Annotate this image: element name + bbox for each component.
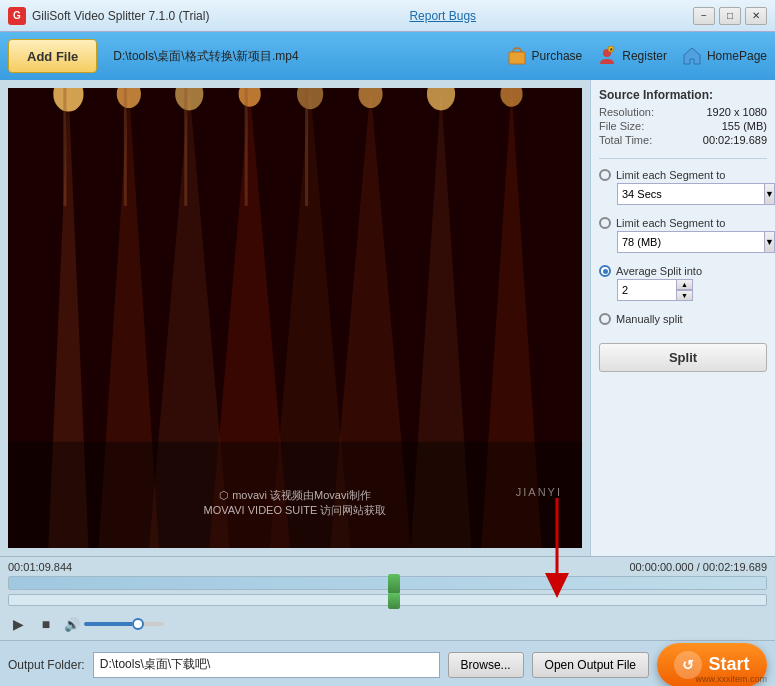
playback-controls: ▶ ■ 🔊 (8, 612, 767, 636)
add-file-button[interactable]: Add File (8, 39, 97, 73)
limit-time-radio-row[interactable]: Limit each Segment to (599, 169, 767, 181)
split-button[interactable]: Split (599, 343, 767, 372)
browse-button[interactable]: Browse... (448, 652, 524, 678)
limit-size-dropdown[interactable]: ▼ (765, 231, 775, 253)
filesize-value: 155 (MB) (722, 120, 767, 132)
open-output-button[interactable]: Open Output File (532, 652, 649, 678)
watermark: www.xxxitem.com (695, 674, 767, 684)
avg-split-label: Average Split into (616, 265, 702, 277)
homepage-label: HomePage (707, 49, 767, 63)
stop-button[interactable]: ■ (36, 614, 56, 634)
purchase-action[interactable]: Purchase (506, 45, 583, 67)
current-time: 00:01:09.844 (8, 561, 72, 573)
toolbar: Add File D:\tools\桌面\格式转换\新项目.mp4 Purcha… (0, 32, 775, 80)
output-path-input[interactable] (93, 652, 440, 678)
volume-control: 🔊 (64, 617, 164, 632)
manual-split-label: Manually split (616, 313, 683, 325)
avg-split-input-row: ▲ ▼ (617, 279, 767, 301)
volume-icon[interactable]: 🔊 (64, 617, 80, 632)
svg-rect-24 (184, 88, 187, 206)
split-option-time: Limit each Segment to ▼ (599, 169, 767, 211)
totaltime-label: Total Time: (599, 134, 652, 146)
maximize-button[interactable]: □ (719, 7, 741, 25)
limit-time-label: Limit each Segment to (616, 169, 725, 181)
limit-size-radio-row[interactable]: Limit each Segment to (599, 217, 767, 229)
manual-split-radio[interactable] (599, 313, 611, 325)
title-left: G GiliSoft Video Splitter 7.1.0 (Trial) (8, 7, 209, 25)
minimize-button[interactable]: − (693, 7, 715, 25)
svg-rect-23 (124, 88, 127, 206)
source-info-title: Source Information: (599, 88, 767, 102)
svg-rect-25 (245, 88, 248, 206)
svg-rect-26 (305, 88, 308, 206)
video-lights (8, 88, 582, 548)
video-container[interactable]: ⬡ movavi 该视频由Movavi制作 MOVAVI VIDEO SUITE… (8, 88, 582, 548)
limit-size-input-row: ▼ (617, 231, 767, 253)
homepage-action[interactable]: HomePage (681, 45, 767, 67)
avg-split-up[interactable]: ▲ (677, 279, 693, 290)
totaltime-value: 00:02:19.689 (703, 134, 767, 146)
svg-rect-0 (509, 52, 525, 64)
play-button[interactable]: ▶ (8, 614, 28, 634)
resolution-value: 1920 x 1080 (706, 106, 767, 118)
limit-size-input[interactable] (617, 231, 765, 253)
movavi-watermark: ⬡ movavi 该视频由Movavi制作 MOVAVI VIDEO SUITE… (204, 488, 387, 518)
timeline-thumb[interactable] (388, 574, 400, 594)
timeline-segment[interactable] (8, 594, 767, 606)
limit-time-radio[interactable] (599, 169, 611, 181)
total-time: 00:00:00.000 / 00:02:19.689 (629, 561, 767, 573)
divider-1 (599, 158, 767, 159)
purchase-icon (506, 45, 528, 67)
jianyi-watermark: JIANYI (516, 486, 562, 498)
svg-rect-22 (63, 88, 66, 206)
source-info: Source Information: Resolution: 1920 x 1… (599, 88, 767, 148)
limit-size-radio[interactable] (599, 217, 611, 229)
avg-split-input[interactable] (617, 279, 677, 301)
register-label: Register (622, 49, 667, 63)
limit-time-dropdown[interactable]: ▼ (765, 183, 775, 205)
homepage-icon (681, 45, 703, 67)
register-action[interactable]: ★ Register (596, 45, 667, 67)
volume-thumb[interactable] (132, 618, 144, 630)
register-icon: ★ (596, 45, 618, 67)
limit-size-label: Limit each Segment to (616, 217, 725, 229)
purchase-label: Purchase (532, 49, 583, 63)
totaltime-row: Total Time: 00:02:19.689 (599, 134, 767, 146)
app-icon: G (8, 7, 26, 25)
window-controls: − □ ✕ (693, 7, 767, 25)
volume-slider[interactable] (84, 622, 164, 626)
manual-split-row[interactable]: Manually split (599, 313, 767, 325)
time-display: 00:01:09.844 00:00:00.000 / 00:02:19.689 (8, 561, 767, 573)
main-content: ⬡ movavi 该视频由Movavi制作 MOVAVI VIDEO SUITE… (0, 80, 775, 556)
filesize-label: File Size: (599, 120, 644, 132)
limit-time-input-row: ▼ (617, 183, 767, 205)
split-option-size: Limit each Segment to ▼ (599, 217, 767, 259)
report-bugs-link[interactable]: Report Bugs (409, 9, 476, 23)
avg-split-spinner: ▲ ▼ (677, 279, 693, 301)
right-panel: Source Information: Resolution: 1920 x 1… (590, 80, 775, 556)
resolution-row: Resolution: 1920 x 1080 (599, 106, 767, 118)
output-bar: Output Folder: Browse... Open Output Fil… (0, 640, 775, 686)
close-button[interactable]: ✕ (745, 7, 767, 25)
file-path: D:\tools\桌面\格式转换\新项目.mp4 (105, 48, 497, 65)
start-label: Start (708, 654, 749, 675)
video-panel: ⬡ movavi 该视频由Movavi制作 MOVAVI VIDEO SUITE… (0, 80, 590, 556)
timeline-bar[interactable] (8, 576, 767, 590)
split-option-avg: Average Split into ▲ ▼ (599, 265, 767, 307)
bottom-area: 00:01:09.844 00:00:00.000 / 00:02:19.689… (0, 556, 775, 640)
title-text: GiliSoft Video Splitter 7.1.0 (Trial) (32, 9, 209, 23)
avg-split-radio[interactable] (599, 265, 611, 277)
filesize-row: File Size: 155 (MB) (599, 120, 767, 132)
resolution-label: Resolution: (599, 106, 654, 118)
avg-split-radio-row[interactable]: Average Split into (599, 265, 767, 277)
output-folder-label: Output Folder: (8, 658, 85, 672)
segment-thumb[interactable] (388, 593, 400, 609)
limit-time-input[interactable] (617, 183, 765, 205)
toolbar-actions: Purchase ★ Register HomePage (506, 45, 767, 67)
title-bar: G GiliSoft Video Splitter 7.1.0 (Trial) … (0, 0, 775, 32)
avg-split-down[interactable]: ▼ (677, 290, 693, 301)
